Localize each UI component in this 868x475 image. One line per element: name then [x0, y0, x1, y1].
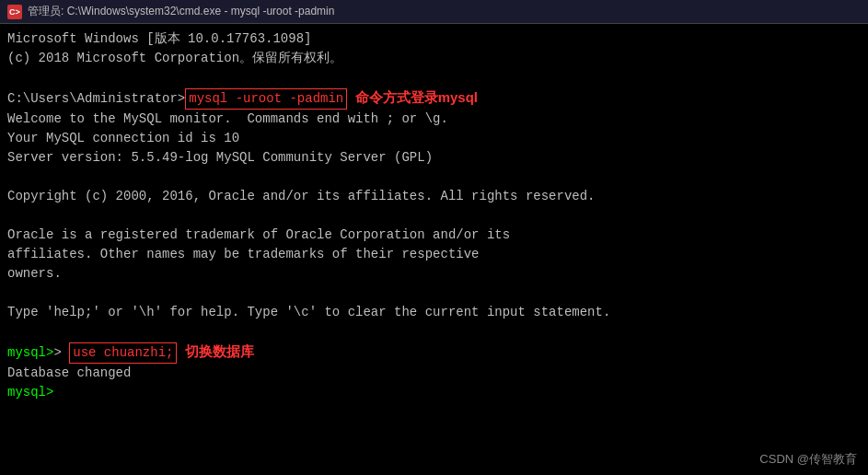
line-help: Type 'help;' or '\h' for help. Type '\c'… [7, 303, 861, 322]
terminal-body: Microsoft Windows [版本 10.0.17763.1098] (… [0, 24, 868, 475]
cmd-icon: C> [7, 5, 22, 19]
use-label: 切换数据库 [185, 342, 254, 363]
empty-4 [7, 284, 861, 303]
empty-2 [7, 168, 861, 187]
empty-1 [7, 68, 861, 87]
oracle1-text: Oracle is a registered trademark of Orac… [7, 226, 510, 245]
server-version-text: Server version: 5.5.49-log MySQL Communi… [7, 148, 433, 168]
title-bar: C> 管理员: C:\Windows\system32\cmd.exe - my… [0, 0, 868, 24]
oracle2-text: affiliates. Other names may be trademark… [7, 245, 479, 264]
empty-3 [7, 206, 861, 226]
line-server-version: Server version: 5.5.49-log MySQL Communi… [7, 148, 861, 168]
line-oracle2: affiliates. Other names may be trademark… [7, 245, 861, 264]
line-copyright2: Copyright (c) 2000, 2016, Oracle and/or … [7, 187, 861, 206]
empty-5 [7, 322, 861, 342]
line-copyright: (c) 2018 Microsoft Corporation。保留所有权利。 [7, 49, 861, 68]
use-cmd-highlight: use chuanzhi; [69, 342, 177, 364]
line-welcome: Welcome to the MySQL monitor. Commands e… [7, 110, 861, 129]
line-oracle3: owners. [7, 264, 861, 284]
oracle3-text: owners. [7, 264, 62, 284]
line-use-command: mysql> > use chuanzhi; 切换数据库 [7, 342, 861, 364]
line-windows-version: Microsoft Windows [版本 10.0.17763.1098] [7, 29, 861, 49]
login-cmd-highlight: mysql -uroot -padmin [185, 88, 347, 110]
line-oracle1: Oracle is a registered trademark of Orac… [7, 226, 861, 245]
line-login-command: C:\Users\Administrator> mysql -uroot -pa… [7, 87, 861, 110]
line-mysql-prompt-final: mysql> [7, 383, 861, 402]
line-db-changed: Database changed [7, 364, 861, 383]
copyright-text: (c) 2018 Microsoft Corporation。保留所有权利。 [7, 49, 342, 68]
watermark: CSDN @传智教育 [759, 450, 857, 469]
title-text: 管理员: C:\Windows\system32\cmd.exe - mysql… [28, 4, 334, 19]
connection-id-text: Your MySQL connection id is 10 [7, 129, 239, 148]
login-prompt: C:\Users\Administrator> [7, 89, 185, 109]
mysql-prompt-1: mysql> [7, 343, 53, 363]
welcome-text: Welcome to the MySQL monitor. Commands e… [7, 110, 448, 129]
space-before-use: > [53, 343, 69, 363]
copyright2-text: Copyright (c) 2000, 2016, Oracle and/or … [7, 187, 596, 206]
windows-version-text: Microsoft Windows [版本 10.0.17763.1098] [7, 29, 311, 49]
line-connection-id: Your MySQL connection id is 10 [7, 129, 861, 148]
db-changed-text: Database changed [7, 364, 131, 383]
help-text: Type 'help;' or '\h' for help. Type '\c'… [7, 303, 610, 322]
login-label: 命令方式登录mysql [355, 87, 478, 109]
mysql-prompt-2: mysql> [7, 383, 53, 402]
